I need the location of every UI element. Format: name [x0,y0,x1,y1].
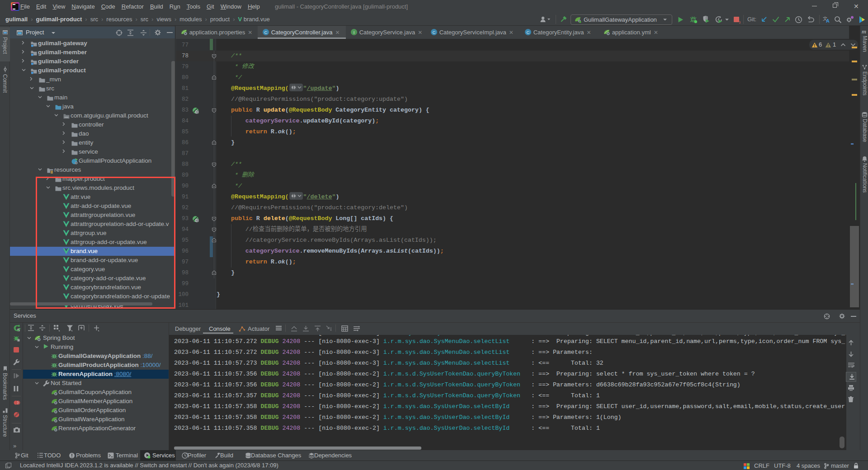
svg-text:I: I [354,30,355,35]
svg-text:3: 3 [739,21,741,24]
svg-text:C: C [433,30,436,35]
svg-text:A: A [826,18,830,24]
svg-text:C: C [527,30,530,35]
svg-text:C: C [264,30,268,35]
